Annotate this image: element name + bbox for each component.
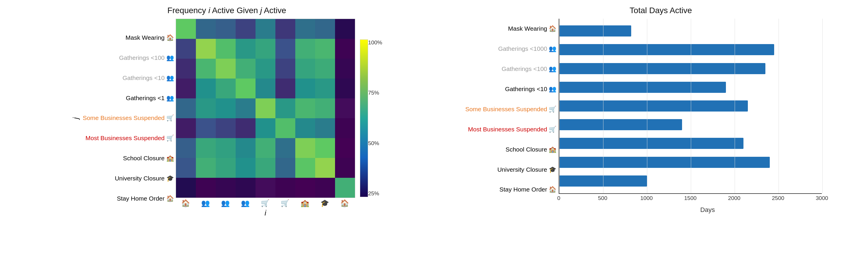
barchart-label-8: Stay Home Order 🏠	[465, 181, 556, 198]
heatmap-cell-7-1	[196, 158, 216, 178]
heatmap-cell-4-2	[216, 98, 236, 118]
heatmap-cell-5-3	[236, 118, 255, 138]
heatmap-cell-5-8	[335, 118, 355, 138]
heatmap-cell-8-2	[216, 178, 236, 198]
heatmap-cell-5-1	[196, 118, 216, 138]
heatmap-cell-2-4	[255, 59, 275, 78]
barchart-body: Mask Wearing 🏠Gatherings <1000 👥Gatherin…	[465, 19, 856, 214]
heatmap-cell-1-5	[275, 39, 295, 59]
barchart-bar-row-4	[559, 98, 822, 114]
barchart-bar-3	[559, 82, 726, 93]
heatmap-row-label-0: Mask Wearing 🏠	[83, 28, 174, 47]
heatmap-row-label-3: Gatherings <1 👥	[83, 88, 174, 108]
colorbar-label-1: 75%	[368, 89, 382, 96]
heatmap-cell-0-2	[216, 19, 236, 39]
heatmap-cell-3-5	[275, 78, 295, 98]
heatmap-cell-8-5	[275, 178, 295, 198]
x-tick-0: 0	[557, 195, 560, 202]
heatmap-grid	[176, 19, 355, 198]
heatmap-cell-6-0	[176, 138, 196, 158]
heatmap-cell-8-4	[255, 178, 275, 198]
heatmap-cell-1-2	[216, 39, 236, 59]
heatmap-cell-7-2	[216, 158, 236, 178]
heatmap-col-label-7: 🎓	[315, 199, 335, 207]
barchart-bars	[559, 19, 822, 194]
heatmap-col-label-6: 🏫	[295, 199, 315, 207]
heatmap-cell-7-6	[295, 158, 315, 178]
colorbar-and-labels: 100%75%50%25%	[360, 36, 382, 194]
barchart-xlabel: Days	[559, 206, 856, 214]
heatmap-cell-8-0	[176, 178, 196, 198]
heatmap-cell-8-8	[335, 178, 355, 198]
heatmap-cell-6-2	[216, 138, 236, 158]
heatmap-cell-4-5	[275, 98, 295, 118]
heatmap-title-prefix: Frequency	[167, 6, 209, 15]
barchart-bar-7	[559, 157, 770, 168]
barchart-bar-row-6	[559, 136, 822, 151]
heatmap-cell-4-8	[335, 98, 355, 118]
heatmap-cell-0-6	[295, 19, 315, 39]
heatmap-cell-1-0	[176, 39, 196, 59]
heatmap-cell-6-7	[315, 138, 335, 158]
heatmap-cell-0-5	[275, 19, 295, 39]
xaxis-container: 050010001500200025003000	[559, 195, 822, 204]
heatmap-col-label-1: 👥	[195, 199, 215, 207]
heatmap-col-label-3: 👥	[235, 199, 255, 207]
colorbar-label-3: 25%	[368, 190, 382, 197]
x-tick-1000: 1000	[640, 195, 653, 202]
heatmap-col-label-2: 👥	[215, 199, 235, 207]
barchart-bar-2	[559, 63, 765, 74]
barchart-bar-6	[559, 138, 743, 149]
heatmap-cell-1-4	[255, 39, 275, 59]
heatmap-cell-7-0	[176, 158, 196, 178]
heatmap-row-label-2: Gatherings <10 👥	[83, 68, 174, 88]
heatmap-cell-4-0	[176, 98, 196, 118]
barchart-label-5: Most Businesses Suspended 🛒	[465, 120, 556, 138]
heatmap-cell-1-3	[236, 39, 255, 59]
heatmap-cell-6-1	[196, 138, 216, 158]
heatmap-cell-2-6	[295, 59, 315, 78]
heatmap-cell-2-3	[236, 59, 255, 78]
heatmap-cell-5-0	[176, 118, 196, 138]
heatmap-cell-7-5	[275, 158, 295, 178]
heatmap-cell-0-0	[176, 19, 196, 39]
heatmap-cell-0-1	[196, 19, 216, 39]
heatmap-cell-7-4	[255, 158, 275, 178]
barchart-plot: 050010001500200025003000 Days	[559, 19, 856, 214]
heatmap-row-label-8: Stay Home Order 🏠	[83, 189, 174, 209]
barchart-bar-1	[559, 44, 774, 55]
heatmap-row-label-4: Some Businesses Suspended 🛒	[83, 108, 174, 128]
colorbar-gradient	[360, 39, 368, 197]
barchart-bar-row-3	[559, 79, 822, 95]
barchart-label-1: Gatherings <1000 👥	[465, 40, 556, 58]
heatmap-cell-4-4	[255, 98, 275, 118]
heatmap-cell-5-5	[275, 118, 295, 138]
heatmap-cell-6-4	[255, 138, 275, 158]
heatmap-cell-6-8	[335, 138, 355, 158]
heatmap-col-label-4: 🛒	[255, 199, 275, 207]
heatmap-cell-2-1	[196, 59, 216, 78]
barchart-label-3: Gatherings <10 👥	[465, 80, 556, 98]
heatmap-cell-5-6	[295, 118, 315, 138]
heatmap-cell-2-7	[315, 59, 335, 78]
heatmap-cell-2-8	[335, 59, 355, 78]
colorbar-label-2: 50%	[368, 140, 382, 147]
heatmap-title: Frequency i Active Given j Active	[167, 6, 286, 15]
heatmap-cell-2-5	[275, 59, 295, 78]
heatmap-row-label-5: Most Businesses Suspended 🛒	[83, 128, 174, 148]
x-tick-500: 500	[598, 195, 608, 202]
x-tick-1500: 1500	[684, 195, 696, 202]
barchart-section: Total Days Active Mask Wearing 🏠Gatherin…	[465, 6, 856, 214]
heatmap-cell-6-6	[295, 138, 315, 158]
heatmap-title-suffix: Active	[262, 6, 286, 15]
heatmap-cell-1-1	[196, 39, 216, 59]
heatmap-cell-0-7	[315, 19, 335, 39]
heatmap-cell-0-4	[255, 19, 275, 39]
heatmap-cell-3-3	[236, 78, 255, 98]
barchart-bar-8	[559, 176, 647, 187]
heatmap-cell-3-6	[295, 78, 315, 98]
heatmap-cell-6-5	[275, 138, 295, 158]
barchart-bar-4	[559, 101, 748, 112]
heatmap-cell-3-0	[176, 78, 196, 98]
heatmap-cell-8-1	[196, 178, 216, 198]
